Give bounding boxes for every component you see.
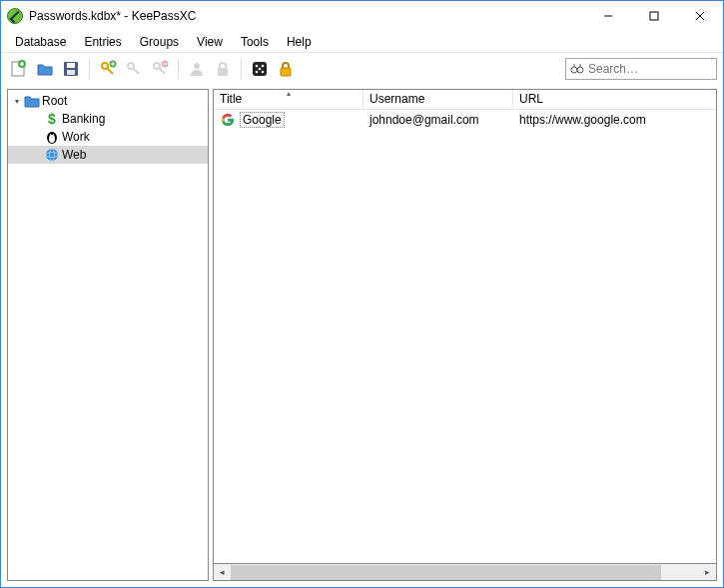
binoculars-icon xyxy=(570,61,584,78)
tree-group-banking[interactable]: $ Banking xyxy=(8,110,208,128)
scroll-thumb[interactable] xyxy=(231,565,661,580)
folder-icon xyxy=(24,93,40,109)
main-area: ▾ Root $ Banking Work Web xyxy=(1,85,723,587)
minimize-button[interactable] xyxy=(585,1,631,31)
menu-help[interactable]: Help xyxy=(279,33,320,51)
maximize-button[interactable] xyxy=(631,1,677,31)
search-input[interactable] xyxy=(588,62,724,76)
svg-point-38 xyxy=(50,134,52,136)
svg-point-27 xyxy=(259,68,262,71)
key-add-icon xyxy=(99,60,117,78)
sort-asc-icon: ▴ xyxy=(287,89,291,98)
dollar-icon: $ xyxy=(44,111,60,127)
entry-url-cell: https://www.google.com xyxy=(513,112,716,128)
menu-entries[interactable]: Entries xyxy=(76,33,129,51)
svg-rect-23 xyxy=(218,68,228,76)
delete-entry-button[interactable] xyxy=(148,57,172,81)
scroll-left-button[interactable]: ◂ xyxy=(214,565,231,580)
svg-rect-10 xyxy=(67,70,75,75)
tree-root[interactable]: ▾ Root xyxy=(8,92,208,110)
column-username[interactable]: Username xyxy=(363,90,513,109)
toolbar-separator xyxy=(241,59,242,79)
edit-entry-button[interactable] xyxy=(122,57,146,81)
window-title: Passwords.kdbx* - KeePassXC xyxy=(29,9,196,23)
menu-view[interactable]: View xyxy=(189,33,231,51)
new-entry-button[interactable] xyxy=(96,57,120,81)
svg-point-39 xyxy=(53,134,55,136)
user-icon xyxy=(188,60,206,78)
svg-text:$: $ xyxy=(48,111,56,127)
lock-database-button[interactable] xyxy=(274,57,298,81)
scroll-track[interactable] xyxy=(231,565,699,580)
svg-rect-30 xyxy=(281,68,291,76)
menu-groups[interactable]: Groups xyxy=(132,33,187,51)
new-database-button[interactable] xyxy=(7,57,31,81)
svg-point-28 xyxy=(256,71,259,74)
toolbar-separator xyxy=(178,59,179,79)
scroll-right-button[interactable]: ▸ xyxy=(699,565,716,580)
horizontal-scrollbar[interactable]: ◂ ▸ xyxy=(213,564,717,581)
svg-point-31 xyxy=(571,67,577,73)
close-icon xyxy=(695,11,705,21)
menu-tools[interactable]: Tools xyxy=(233,33,277,51)
svg-line-17 xyxy=(133,68,139,74)
entries-pane: Title ▴ Username URL Google johndoe@gmai… xyxy=(213,89,717,581)
open-folder-icon xyxy=(36,60,54,78)
svg-point-26 xyxy=(262,65,265,68)
copy-password-button[interactable] xyxy=(211,57,235,81)
svg-point-41 xyxy=(46,149,58,161)
open-database-button[interactable] xyxy=(33,57,57,81)
entries-header: Title ▴ Username URL xyxy=(214,90,716,110)
tree-group-label: Web xyxy=(62,148,86,162)
lock-icon xyxy=(277,60,295,78)
column-title[interactable]: Title ▴ xyxy=(214,90,363,109)
key-delete-icon xyxy=(151,60,169,78)
close-button[interactable] xyxy=(677,1,723,31)
menubar: Database Entries Groups View Tools Help xyxy=(1,31,723,53)
entries-list[interactable]: Title ▴ Username URL Google johndoe@gmai… xyxy=(213,89,717,564)
tree-group-web[interactable]: Web xyxy=(8,146,208,164)
svg-point-37 xyxy=(49,135,55,143)
entry-username-cell: johndoe@gmail.com xyxy=(363,112,513,128)
svg-rect-1 xyxy=(650,12,658,20)
minimize-icon xyxy=(603,11,613,21)
svg-line-12 xyxy=(107,68,113,74)
penguin-icon xyxy=(44,129,60,145)
entry-title-cell: Google xyxy=(214,111,363,129)
entry-row[interactable]: Google johndoe@gmail.com https://www.goo… xyxy=(214,110,716,130)
app-icon xyxy=(7,8,23,24)
caret-down-icon[interactable]: ▾ xyxy=(12,96,22,106)
svg-point-32 xyxy=(577,67,583,73)
titlebar[interactable]: Passwords.kdbx* - KeePassXC xyxy=(1,1,723,31)
maximize-icon xyxy=(649,11,659,21)
svg-point-22 xyxy=(194,63,200,69)
tree-root-label: Root xyxy=(42,94,67,108)
menu-database[interactable]: Database xyxy=(7,33,74,51)
group-tree[interactable]: ▾ Root $ Banking Work Web xyxy=(7,89,209,581)
save-icon xyxy=(62,60,80,78)
google-icon xyxy=(220,112,236,128)
dice-icon xyxy=(251,60,269,78)
globe-icon xyxy=(44,147,60,163)
column-url[interactable]: URL xyxy=(513,90,716,109)
svg-rect-9 xyxy=(67,63,75,68)
lock-copy-icon xyxy=(214,60,232,78)
copy-username-button[interactable] xyxy=(185,57,209,81)
toolbar xyxy=(1,53,723,85)
tree-group-label: Work xyxy=(62,130,90,144)
svg-point-29 xyxy=(262,71,265,74)
tree-group-work[interactable]: Work xyxy=(8,128,208,146)
search-box[interactable] xyxy=(565,58,717,80)
key-edit-icon xyxy=(125,60,143,78)
svg-point-25 xyxy=(256,65,259,68)
toolbar-separator xyxy=(89,59,90,79)
save-database-button[interactable] xyxy=(59,57,83,81)
password-generator-button[interactable] xyxy=(248,57,272,81)
app-window: Passwords.kdbx* - KeePassXC Database Ent… xyxy=(0,0,724,588)
new-database-icon xyxy=(10,60,28,78)
svg-line-19 xyxy=(159,68,165,74)
tree-group-label: Banking xyxy=(62,112,105,126)
